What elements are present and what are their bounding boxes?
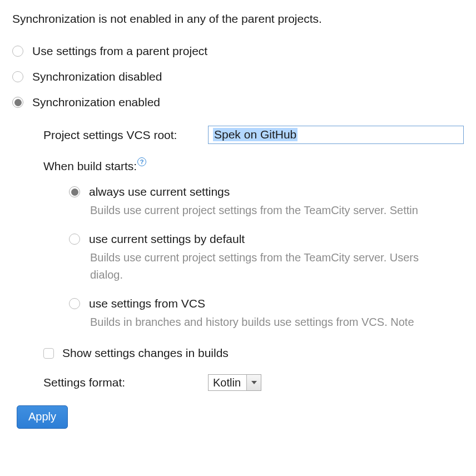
checkbox-icon bbox=[43, 348, 54, 359]
option-label: use settings from VCS bbox=[89, 297, 205, 310]
radio-always-current[interactable]: always use current settings bbox=[69, 185, 476, 199]
option-description: Builds in branches and history builds us… bbox=[90, 314, 476, 331]
radio-icon-selected bbox=[12, 97, 23, 108]
status-message: Synchronization is not enabled in any of… bbox=[12, 12, 476, 26]
option-description: Builds use current project settings from… bbox=[90, 249, 476, 266]
option-label: always use current settings bbox=[89, 185, 230, 199]
option-sync-enabled[interactable]: Synchronization enabled bbox=[12, 96, 476, 109]
settings-format-value: Kotlin bbox=[209, 375, 246, 390]
option-description: dialog. bbox=[90, 266, 476, 284]
show-changes-label: Show settings changes in builds bbox=[62, 346, 229, 360]
dropdown-arrow-button bbox=[246, 375, 261, 390]
build-option-always-current: always use current settings Builds use c… bbox=[69, 185, 476, 219]
option-label: Synchronization disabled bbox=[32, 70, 162, 83]
when-build-starts-label: When build starts: bbox=[43, 160, 137, 173]
vcs-root-select[interactable]: Spek on GitHub bbox=[208, 126, 464, 144]
vcs-root-label: Project settings VCS root: bbox=[43, 128, 208, 142]
build-option-current-default: use current settings by default Builds u… bbox=[69, 232, 476, 284]
radio-from-vcs[interactable]: use settings from VCS bbox=[69, 297, 476, 310]
option-label: Use settings from a parent project bbox=[32, 44, 207, 58]
help-icon[interactable]: ? bbox=[137, 157, 146, 166]
apply-button[interactable]: Apply bbox=[17, 405, 68, 429]
when-build-starts-row: When build starts: ? bbox=[43, 160, 476, 173]
option-label: Synchronization enabled bbox=[32, 96, 160, 109]
radio-icon bbox=[12, 46, 23, 57]
settings-format-label: Settings format: bbox=[43, 376, 208, 389]
vcs-root-field: Project settings VCS root: Spek on GitHu… bbox=[43, 126, 476, 144]
option-description: Builds use current project settings from… bbox=[90, 202, 476, 219]
option-sync-disabled[interactable]: Synchronization disabled bbox=[12, 70, 476, 83]
vcs-root-value: Spek on GitHub bbox=[213, 128, 298, 141]
show-changes-checkbox-row[interactable]: Show settings changes in builds bbox=[43, 346, 476, 360]
radio-icon-selected bbox=[69, 186, 80, 197]
radio-icon bbox=[69, 234, 80, 245]
build-option-from-vcs: use settings from VCS Builds in branches… bbox=[69, 297, 476, 331]
option-use-parent[interactable]: Use settings from a parent project bbox=[12, 44, 476, 58]
settings-format-row: Settings format: Kotlin bbox=[43, 374, 476, 391]
radio-current-default[interactable]: use current settings by default bbox=[69, 232, 476, 246]
chevron-down-icon bbox=[251, 381, 257, 384]
option-label: use current settings by default bbox=[89, 232, 245, 246]
radio-icon bbox=[69, 298, 80, 309]
radio-icon bbox=[12, 71, 23, 82]
settings-format-select[interactable]: Kotlin bbox=[208, 374, 261, 391]
